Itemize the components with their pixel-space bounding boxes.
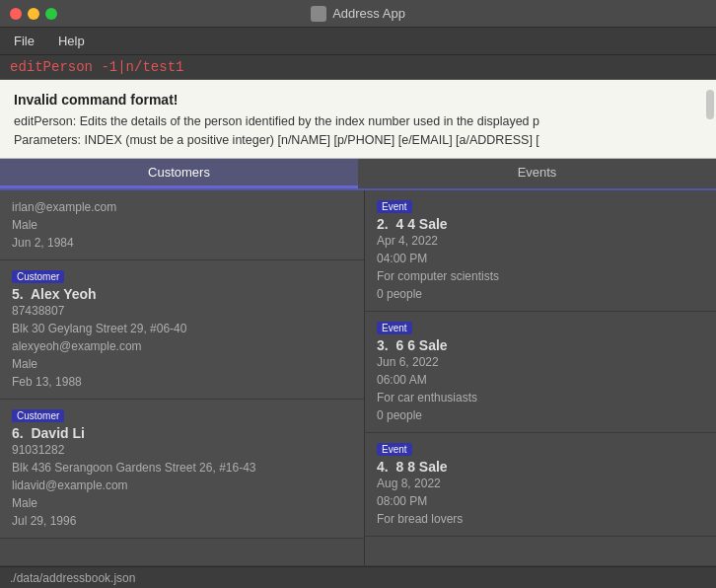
error-desc-2: Parameters: INDEX (must be a positive in…	[14, 131, 702, 150]
customers-panel: irlan@example.com Male Jun 2, 1984 Custo…	[0, 190, 365, 565]
list-item: Customer 5. Alex Yeoh 87438807 Blk 30 Ge…	[0, 260, 364, 400]
customer-dob: Feb 13, 1988	[12, 373, 352, 391]
event-target: For car enthusiasts	[377, 389, 704, 406]
customer-phone: 87438807	[12, 302, 352, 320]
event-date: Aug 8, 2022	[377, 475, 704, 492]
command-input[interactable]	[10, 59, 706, 75]
app-icon	[311, 6, 326, 22]
customer-email: lidavid@example.com	[12, 477, 352, 494]
event-name: 3. 6 6 Sale	[377, 337, 704, 353]
events-panel: Event 2. 4 4 Sale Apr 4, 2022 04:00 PM F…	[365, 190, 716, 565]
email-above: irlan@example.com	[12, 198, 352, 216]
list-item: Customer 6. David Li 91031282 Blk 436 Se…	[0, 400, 364, 539]
customer-address: Blk 436 Serangoon Gardens Street 26, #16…	[12, 459, 352, 477]
dob-above: Jun 2, 1984	[12, 234, 352, 252]
event-name: 2. 4 4 Sale	[377, 216, 704, 232]
app-title: Address App	[311, 6, 405, 22]
customer-name: 6. David Li	[12, 425, 352, 441]
event-count: 0 people	[377, 285, 704, 303]
event-target: For computer scientists	[377, 267, 704, 285]
event-name: 4. 8 8 Sale	[377, 459, 704, 475]
event-time: 06:00 AM	[377, 371, 704, 389]
statusbar: ./data/addressbook.json	[0, 566, 716, 588]
event-date: Apr 4, 2022	[377, 232, 704, 250]
close-button[interactable]	[10, 8, 22, 20]
titlebar: Address App	[0, 0, 716, 28]
status-path: ./data/addressbook.json	[10, 571, 135, 585]
customer-name: 5. Alex Yeoh	[12, 286, 352, 302]
customer-email: alexyeoh@example.com	[12, 337, 352, 355]
event-time: 08:00 PM	[377, 492, 704, 510]
customer-address: Blk 30 Geylang Street 29, #06-40	[12, 320, 352, 337]
content-area: irlan@example.com Male Jun 2, 1984 Custo…	[0, 190, 716, 565]
maximize-button[interactable]	[45, 8, 57, 20]
customer-gender: Male	[12, 355, 352, 373]
tabs: Customers Events	[0, 159, 716, 190]
error-desc-1: editPerson: Edits the details of the per…	[14, 112, 702, 131]
customer-dob: Jul 29, 1996	[12, 512, 352, 530]
tab-events[interactable]: Events	[358, 159, 716, 188]
menu-file[interactable]: File	[10, 32, 38, 50]
event-count: 0 people	[377, 406, 704, 424]
menu-help[interactable]: Help	[54, 32, 89, 50]
event-badge: Event	[377, 443, 412, 456]
list-item: irlan@example.com Male Jun 2, 1984	[0, 190, 364, 260]
error-box: Invalid command format! editPerson: Edit…	[0, 80, 716, 159]
customer-badge: Customer	[12, 409, 64, 422]
window-controls[interactable]	[10, 8, 57, 20]
tab-customers[interactable]: Customers	[0, 159, 358, 188]
minimize-button[interactable]	[28, 8, 39, 20]
event-target: For bread lovers	[377, 510, 704, 528]
command-bar	[0, 55, 716, 80]
menubar: File Help	[0, 28, 716, 55]
customer-gender: Male	[12, 494, 352, 512]
event-date: Jun 6, 2022	[377, 353, 704, 371]
error-box-wrapper: Invalid command format! editPerson: Edit…	[0, 80, 716, 159]
list-item: Event 4. 8 8 Sale Aug 8, 2022 08:00 PM F…	[365, 433, 716, 537]
error-scrollbar[interactable]	[706, 90, 714, 119]
customer-badge: Customer	[12, 270, 64, 283]
event-time: 04:00 PM	[377, 250, 704, 267]
list-item: Event 3. 6 6 Sale Jun 6, 2022 06:00 AM F…	[365, 312, 716, 433]
list-item: Event 2. 4 4 Sale Apr 4, 2022 04:00 PM F…	[365, 190, 716, 312]
event-badge: Event	[377, 200, 412, 213]
event-badge: Event	[377, 322, 412, 334]
error-title: Invalid command format!	[14, 90, 702, 110]
customer-phone: 91031282	[12, 441, 352, 459]
gender-above: Male	[12, 216, 352, 234]
